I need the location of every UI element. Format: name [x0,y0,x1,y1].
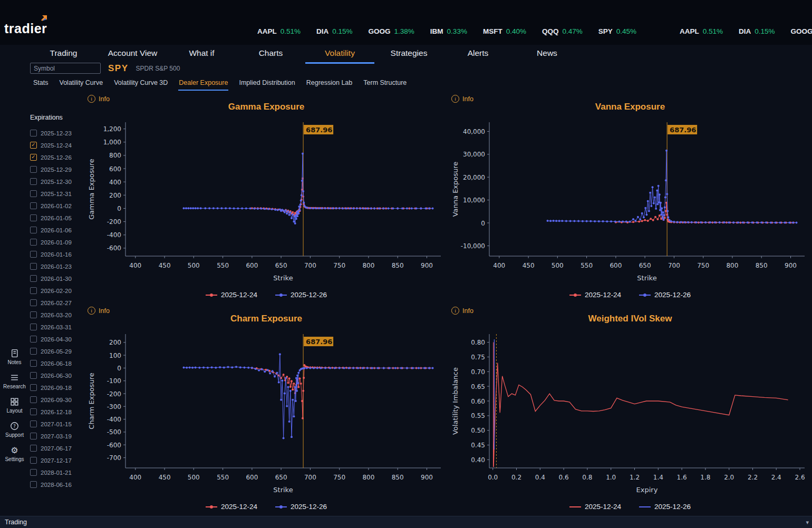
expiration-item-2026-01-16[interactable]: 2026-01-16 [30,248,88,260]
subtab-regression-lab[interactable]: Regression Lab [306,77,353,91]
legend-item-2025-12-26[interactable]: 2025-12-26 [275,503,327,511]
ticker-item-dia-1[interactable]: DIA0.15% [316,27,353,35]
expiration-item-2026-03-20[interactable]: 2026-03-20 [30,309,88,321]
ticker-item-aapl-0[interactable]: AAPL0.51% [257,27,301,35]
rail-item-support[interactable]: ? Support [5,422,24,438]
nav-item-volatility[interactable]: Volatility [305,45,374,64]
expiration-item-2026-09-18[interactable]: 2026-09-18 [30,382,88,394]
expiration-checkbox[interactable] [30,396,37,403]
legend-item-2025-12-24[interactable]: 2025-12-24 [569,503,621,511]
ticker-item-goog-2[interactable]: GOOG1.38% [369,27,414,35]
weighted-ivol-skew-plot[interactable]: 0.400.450.500.550.600.650.700.750.800.00… [448,330,812,497]
expiration-checkbox[interactable] [30,251,37,258]
expiration-checkbox[interactable] [30,384,37,391]
expiration-checkbox[interactable] [30,421,37,427]
expiration-checkbox[interactable] [30,360,37,367]
expiration-checkbox[interactable] [30,190,37,197]
expiration-checkbox[interactable] [30,263,37,270]
expiration-item-2026-01-30[interactable]: 2026-01-30 [30,272,88,285]
expiration-item-2028-01-21[interactable]: 2028-01-21 [30,466,88,478]
nav-item-what-if[interactable]: What if [167,45,236,64]
expiration-checkbox[interactable]: ✓ [30,142,37,149]
legend-item-2025-12-24[interactable]: 2025-12-24 [206,291,257,299]
expiration-item-2025-12-29[interactable]: 2025-12-29 [30,163,88,175]
expiration-item-2026-01-09[interactable]: 2026-01-09 [30,236,88,248]
expiration-item-2026-06-18[interactable]: 2026-06-18 [30,357,88,369]
expiration-checkbox[interactable] [30,348,37,355]
ticker-item-aapl-7[interactable]: AAPL0.51% [680,27,723,35]
expiration-item-2025-12-26[interactable]: ✓2025-12-26 [30,151,88,163]
nav-item-news[interactable]: News [513,45,582,64]
expiration-item-2027-01-15[interactable]: 2027-01-15 [30,418,88,430]
gamma-exposure-plot[interactable]: -600-400-20002004006008001,0001,20040045… [84,118,448,286]
expiration-item-2025-12-24[interactable]: ✓2025-12-24 [30,139,88,151]
expiration-checkbox[interactable] [30,299,37,306]
expiration-item-2027-03-19[interactable]: 2027-03-19 [30,430,88,442]
subtab-volatility-curve-3d[interactable]: Volatility Curve 3D [113,77,168,91]
expiration-item-2026-04-30[interactable]: 2026-04-30 [30,333,88,345]
expiration-checkbox[interactable] [30,178,37,185]
expiration-checkbox[interactable] [30,275,37,282]
legend-item-2025-12-26[interactable]: 2025-12-26 [639,503,691,511]
expiration-checkbox[interactable] [30,457,37,464]
expiration-checkbox[interactable] [30,481,37,488]
expiration-item-2026-01-06[interactable]: 2026-01-06 [30,224,88,236]
expiration-checkbox[interactable]: ✓ [30,154,37,161]
expiration-checkbox[interactable] [30,372,37,379]
rail-item-notes[interactable]: Notes [7,349,21,365]
workspace-tab-trading[interactable]: Trading [5,519,27,526]
expiration-item-2026-02-20[interactable]: 2026-02-20 [30,285,88,297]
subtab-dealer-exposure[interactable]: Dealer Exposure [178,77,228,91]
nav-item-strategies[interactable]: Strategies [374,45,443,64]
legend-item-2025-12-26[interactable]: 2025-12-26 [639,291,691,299]
expiration-checkbox[interactable] [30,214,37,221]
expiration-checkbox[interactable] [30,227,37,233]
expiration-item-2026-02-27[interactable]: 2026-02-27 [30,297,88,309]
subtab-stats[interactable]: Stats [33,77,49,91]
expiration-checkbox[interactable] [30,433,37,439]
tradier-logo[interactable]: tradier [4,21,47,36]
chevron-down-icon[interactable]: ▾ [806,519,809,526]
nav-item-trading[interactable]: Trading [29,45,98,64]
expiration-item-2027-06-17[interactable]: 2027-06-17 [30,442,88,454]
expiration-item-2025-12-23[interactable]: 2025-12-23 [30,127,88,139]
expiration-item-2026-03-31[interactable]: 2026-03-31 [30,321,88,333]
ticker-item-goog-9[interactable]: GOOG1.38% [791,27,812,35]
nav-item-alerts[interactable]: Alerts [443,45,513,64]
expiration-checkbox[interactable] [30,324,37,330]
nav-item-charts[interactable]: Charts [236,45,305,64]
ticker-item-ibm-3[interactable]: IBM0.33% [430,27,467,35]
expiration-checkbox[interactable] [30,408,37,415]
expiration-checkbox[interactable] [30,287,37,294]
expiration-checkbox[interactable] [30,469,37,476]
expiration-checkbox[interactable] [30,202,37,209]
charm-exposure-plot[interactable]: -700-600-500-400-300-200-100010020040045… [84,330,448,497]
expiration-checkbox[interactable] [30,311,37,318]
expiration-item-2028-06-16[interactable]: 2028-06-16 [30,478,88,491]
expiration-item-2026-05-29[interactable]: 2026-05-29 [30,345,88,357]
expiration-checkbox[interactable] [30,445,37,452]
legend-item-2025-12-24[interactable]: 2025-12-24 [569,291,621,299]
expiration-item-2026-06-30[interactable]: 2026-06-30 [30,369,88,382]
expiration-item-2026-12-18[interactable]: 2026-12-18 [30,406,88,418]
expiration-item-2027-12-17[interactable]: 2027-12-17 [30,454,88,466]
vanna-exposure-plot[interactable]: -10,000010,00020,00030,00040,00040045050… [448,118,812,286]
subtab-implied-distribution[interactable]: Implied Distribution [238,77,295,91]
expiration-item-2026-09-30[interactable]: 2026-09-30 [30,394,88,406]
expiration-checkbox[interactable] [30,336,37,343]
ticker-item-qqq-5[interactable]: QQQ0.47% [542,27,583,35]
legend-item-2025-12-24[interactable]: 2025-12-24 [206,503,257,511]
symbol-input[interactable] [30,63,101,74]
expiration-item-2026-01-02[interactable]: 2026-01-02 [30,200,88,212]
expiration-item-2026-01-05[interactable]: 2026-01-05 [30,212,88,224]
expiration-checkbox[interactable] [30,130,37,136]
expiration-checkbox[interactable] [30,166,37,173]
nav-item-account-view[interactable]: Account View [98,45,167,64]
ticker-item-msft-4[interactable]: MSFT0.40% [483,27,526,35]
rail-item-layout[interactable]: Layout [6,397,22,414]
rail-item-research[interactable]: Research [3,373,26,389]
expiration-checkbox[interactable] [30,239,37,246]
legend-item-2025-12-26[interactable]: 2025-12-26 [275,291,327,299]
rail-item-settings[interactable]: ⚙ Settings [5,446,24,462]
subtab-volatility-curve[interactable]: Volatility Curve [59,77,104,91]
